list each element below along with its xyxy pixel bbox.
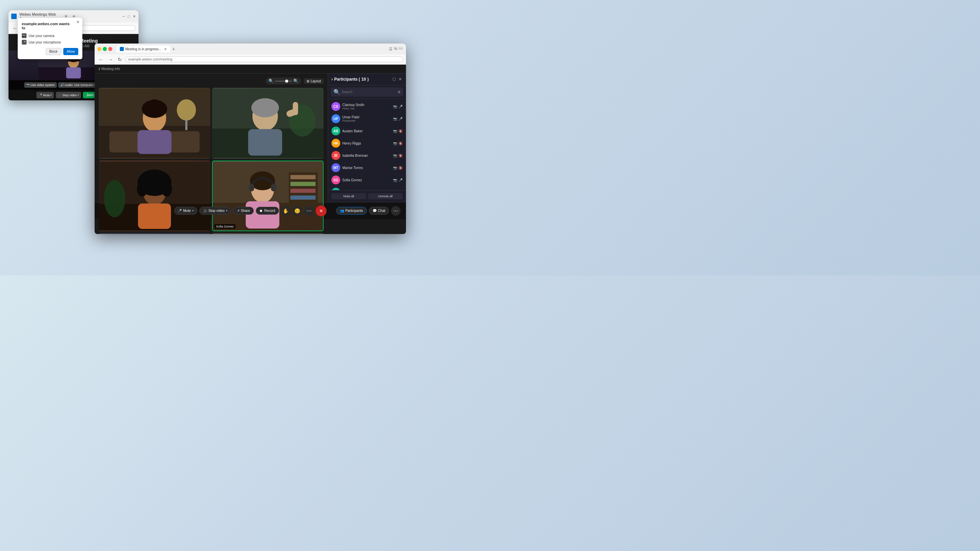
record-btn[interactable]: ⏺ Record — [256, 207, 279, 214]
sidebar-footer: Mute all Unmute all — [328, 190, 406, 202]
participant-controls-3: 📷 🔇 — [393, 141, 402, 145]
min-btn-1[interactable]: ─ — [123, 14, 125, 18]
participant-mic-icon-0: 🎤 — [398, 105, 402, 108]
mute-btn-2[interactable]: 🎤 Mute ▾ — [174, 207, 197, 214]
sidebar-search: 🔍 ⇅ — [328, 86, 406, 99]
webex-favicon-2 — [120, 47, 124, 51]
video-person-1 — [99, 88, 210, 159]
sidebar-title: › Participants (10) — [331, 77, 369, 82]
end-call-btn[interactable]: ✕ — [316, 205, 327, 216]
participant-item-1[interactable]: UP Umar Patel Presenter 📷 🎤 — [328, 113, 406, 125]
layout-btn[interactable]: ⊞ Layout — [304, 78, 324, 84]
sort-icon[interactable]: ⇅ — [398, 90, 401, 94]
chat-btn[interactable]: 💬 Chat — [369, 207, 389, 214]
reactions-btn[interactable]: ✋ — [281, 206, 291, 216]
tab-2[interactable]: Meeting is in progress... ✕ — [116, 46, 170, 52]
participant-avatar-3: HR — [331, 139, 340, 148]
participant-name-2: Austen Baker — [342, 129, 391, 133]
svg-point-29 — [137, 182, 147, 197]
popup-close-btn[interactable]: ✕ — [76, 20, 80, 24]
participant-name-6: Sofia Gomez — [342, 178, 391, 182]
participant-item-0[interactable]: CS Clarissa Smith Host, me 📷 🎤 — [328, 100, 406, 113]
effects-btn[interactable]: 😊 — [293, 206, 302, 216]
new-tab-btn-2[interactable]: + — [172, 46, 175, 52]
toolbar-right: 👥 Participants 💬 Chat ⋯ — [336, 206, 401, 216]
meeting-body: ℹ Meeting info 12:40 🔍 🔍 — [95, 65, 406, 234]
forward-btn-2[interactable]: → — [107, 56, 115, 63]
participant-item-7[interactable]: MH Murad Higgins 📷 🔇 — [328, 186, 406, 190]
max-btn-1[interactable]: □ — [127, 14, 130, 18]
mute-all-btn[interactable]: Mute all — [331, 193, 366, 199]
zoom-out-icon[interactable]: 🔍 — [269, 79, 274, 83]
sidebar-actions: ⬡ ✕ — [392, 76, 402, 82]
participant-name-1: Umar Patel — [342, 115, 391, 119]
share-icon: ↗ — [237, 209, 240, 213]
stop-video-btn-1[interactable]: 🎥 Stop video ▾ — [56, 92, 81, 98]
search-input-wrapper[interactable]: 🔍 ⇅ — [331, 87, 403, 97]
video-cell-2 — [212, 88, 324, 159]
participant-item-5[interactable]: MT Marise Torres 📷 🔇 — [328, 162, 406, 174]
search-icon: 🔍 — [334, 89, 340, 95]
max-btn-2[interactable] — [103, 47, 107, 51]
stop-video-btn-2[interactable]: 🎥 Stop video ▾ — [199, 207, 231, 214]
refresh-btn-2[interactable]: ↻ — [116, 56, 123, 63]
participant-name-0: Clarissa Smith — [342, 103, 391, 107]
share-btn[interactable]: ↗ Share — [233, 207, 254, 214]
tab-strip-2: Meeting is in progress... ✕ + — [114, 46, 388, 52]
record-icon: ⏺ — [259, 209, 263, 213]
chevron-down-icon: › — [331, 77, 333, 82]
block-btn[interactable]: Block — [46, 48, 61, 55]
participant-name-5: Marise Torres — [342, 166, 391, 170]
close-btn-1[interactable]: ✕ — [133, 14, 136, 19]
participant-avatar-1: UP — [331, 114, 340, 123]
chat-icon: 💬 — [372, 209, 377, 213]
meeting-main: 🔍 🔍 ⊞ Layout — [95, 73, 406, 202]
participants-btn[interactable]: 👥 Participants — [336, 207, 367, 214]
address-bar-2[interactable]: example.webex.com/meeting — [125, 56, 403, 62]
participant-avatar-6: SG — [331, 176, 340, 184]
meeting-info-bar: ℹ Meeting info 12:40 — [95, 65, 406, 73]
participants-count: 10 — [361, 77, 366, 82]
svg-rect-10 — [137, 130, 172, 154]
participant-info-4: Isabella Brennan — [342, 154, 391, 157]
participant-cam-icon-5: 📷 — [393, 166, 397, 170]
svg-point-13 — [177, 99, 196, 121]
toolbar-more-btn[interactable]: ⋯ — [391, 206, 401, 216]
search-input[interactable] — [342, 90, 396, 94]
settings-icon-nav[interactable]: ☰ — [389, 47, 392, 51]
camera-off-icon-1: 🎥 — [58, 94, 62, 97]
video-cell-4: Sofia Gomez — [212, 160, 324, 232]
svg-point-12 — [149, 99, 159, 108]
zoom-slider[interactable] — [275, 81, 292, 82]
unmute-all-btn[interactable]: Unmute all — [368, 193, 403, 199]
back-btn-2[interactable]: ← — [97, 56, 105, 63]
participant-controls-1: 📷 🎤 — [393, 117, 402, 121]
camera-perm-icon: 📷 — [22, 33, 27, 38]
min-btn-2[interactable] — [97, 47, 102, 51]
participant-item-4[interactable]: IB Isabella Brennan 📷 🔇 — [328, 149, 406, 162]
mic-permission-label: Use your microphone — [29, 40, 61, 44]
zoom-in-icon[interactable]: 🔍 — [293, 79, 298, 83]
participant-info-6: Sofia Gomez — [342, 178, 391, 182]
participant-avatar-0: CS — [331, 102, 340, 111]
participant-item-6[interactable]: SG Sofia Gomez 📷 🎤 — [328, 174, 406, 186]
close-btn-2[interactable] — [108, 47, 112, 51]
allow-btn[interactable]: Allow — [63, 48, 78, 55]
tab-close-2[interactable]: ✕ — [164, 47, 167, 51]
layout-icon: ⊞ — [307, 79, 309, 83]
zoom-thumb — [285, 79, 288, 83]
mute-btn-1[interactable]: 🎤 Mute ▾ — [37, 92, 54, 98]
close-sidebar-btn[interactable]: ✕ — [398, 76, 402, 82]
participant-controls-5: 📷 🔇 — [393, 166, 402, 170]
camera-permission-label: Use your camera — [29, 34, 54, 38]
popout-btn[interactable]: ⬡ — [392, 76, 396, 82]
participant-item-3[interactable]: HR Henry Riggs 📷 🔇 — [328, 137, 406, 149]
video-system-btn[interactable]: 📷 Use video system — [24, 82, 57, 88]
participant-avatar-2: AB — [331, 127, 340, 135]
participant-item-2[interactable]: AB Austen Baker 📷 🔇 — [328, 125, 406, 137]
sidebar-header: › Participants (10) ⬡ ✕ — [328, 73, 406, 86]
video-person-6 — [212, 233, 324, 234]
end-call-icon: ✕ — [319, 208, 323, 214]
participant-cam-icon-1: 📷 — [393, 117, 397, 121]
more-options-btn[interactable]: ⋯ — [304, 206, 314, 216]
